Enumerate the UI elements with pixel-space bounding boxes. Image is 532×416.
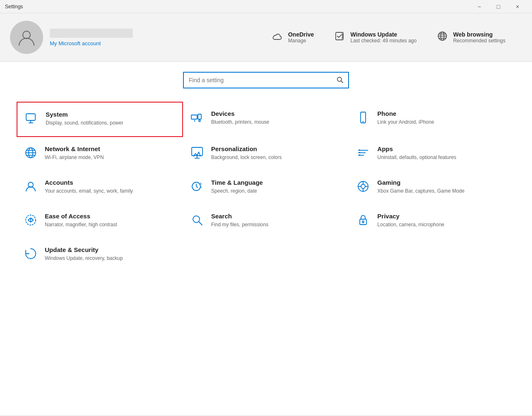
shortcut-onedrive[interactable]: OneDrive Manage	[271, 30, 314, 45]
onedrive-text: OneDrive Manage	[288, 31, 314, 44]
windows-update-text: Windows Update Last checked: 49 minutes …	[350, 31, 416, 44]
ease-of-access-icon	[23, 213, 38, 230]
search-input[interactable]	[189, 77, 337, 83]
settings-grid: System Display, sound, notifications, po…	[17, 102, 515, 272]
search-icon	[337, 76, 343, 83]
system-text: System Display, sound, notifications, po…	[46, 111, 123, 127]
gaming-text: Gaming Xbox Game Bar, captures, Game Mod…	[377, 179, 464, 195]
setting-devices[interactable]: Devices Bluetooth, printers, mouse	[183, 102, 349, 137]
accounts-text: Accounts Your accounts, email, sync, wor…	[45, 179, 133, 195]
user-icon	[17, 28, 36, 46]
svg-rect-49	[360, 219, 366, 225]
main-content: System Display, sound, notifications, po…	[0, 62, 532, 415]
svg-rect-30	[359, 149, 360, 151]
setting-personalization[interactable]: Personalization Background, lock screen,…	[183, 137, 349, 171]
windows-update-icon	[334, 30, 345, 45]
phone-text: Phone Link your Android, iPhone	[377, 110, 434, 126]
close-button[interactable]: ×	[508, 0, 527, 13]
setting-ease-of-access[interactable]: Ease of Access Narrator, magnifier, high…	[17, 204, 183, 238]
onedrive-icon	[271, 30, 283, 45]
system-icon	[24, 112, 39, 128]
devices-text: Devices Bluetooth, printers, mouse	[211, 110, 269, 126]
personalization-icon	[190, 146, 205, 162]
gaming-icon	[356, 180, 371, 196]
svg-line-48	[199, 222, 202, 225]
minimize-button[interactable]: −	[470, 0, 489, 13]
time-language-icon: A A	[190, 180, 205, 196]
titlebar: Settings − □ ×	[0, 0, 532, 13]
setting-privacy[interactable]: Privacy Location, camera, microphone	[349, 204, 515, 238]
update-security-icon	[23, 247, 38, 263]
accounts-icon	[23, 180, 38, 196]
apps-icon	[356, 146, 371, 162]
network-icon	[23, 146, 38, 162]
apps-text: Apps Uninstall, defaults, optional featu…	[377, 145, 456, 161]
svg-rect-12	[191, 115, 197, 119]
search-text: Search Find my files, permissions	[211, 213, 268, 228]
shortcut-web-browsing[interactable]: Web browsing Recommended settings	[437, 30, 505, 45]
svg-rect-32	[359, 154, 360, 156]
update-security-text: Update & Security Windows Update, recove…	[45, 246, 123, 262]
privacy-text: Privacy Location, camera, microphone	[377, 213, 444, 228]
ease-of-access-text: Ease of Access Narrator, magnifier, high…	[45, 213, 117, 228]
search-button[interactable]	[337, 76, 343, 84]
phone-icon	[356, 111, 371, 127]
web-browsing-text: Web browsing Recommended settings	[453, 31, 505, 44]
user-section: My Microsoft account	[10, 21, 133, 54]
svg-text:A: A	[200, 186, 202, 188]
window-controls: − □ ×	[470, 0, 527, 13]
svg-line-8	[341, 81, 343, 83]
web-browsing-icon	[437, 30, 448, 45]
setting-accounts[interactable]: Accounts Your accounts, email, sync, wor…	[17, 171, 183, 204]
setting-apps[interactable]: Apps Uninstall, defaults, optional featu…	[349, 137, 515, 171]
search-box	[183, 72, 349, 88]
search-container	[17, 72, 515, 88]
svg-text:A: A	[200, 182, 202, 186]
setting-update-security[interactable]: Update & Security Windows Update, recove…	[17, 238, 183, 272]
app-title: Settings	[5, 4, 23, 10]
setting-phone[interactable]: Phone Link your Android, iPhone	[349, 102, 515, 137]
personalization-text: Personalization Background, lock screen,…	[211, 145, 282, 161]
setting-system[interactable]: System Display, sound, notifications, po…	[17, 102, 183, 137]
network-text: Network & Internet Wi-Fi, airplane mode,…	[45, 145, 104, 161]
maximize-button[interactable]: □	[489, 0, 508, 13]
setting-network[interactable]: Network & Internet Wi-Fi, airplane mode,…	[17, 137, 183, 171]
time-language-text: Time & Language Speech, region, date	[211, 179, 263, 195]
user-name-bar	[50, 29, 133, 38]
svg-rect-9	[26, 114, 35, 120]
privacy-icon	[356, 213, 371, 230]
search-setting-icon	[190, 213, 205, 230]
svg-point-15	[199, 120, 200, 122]
ms-account-link[interactable]: My Microsoft account	[50, 40, 133, 46]
svg-point-40	[361, 184, 365, 188]
svg-point-0	[23, 31, 30, 39]
setting-gaming[interactable]: Gaming Xbox Game Bar, captures, Game Mod…	[349, 171, 515, 204]
devices-icon	[190, 111, 205, 127]
svg-rect-13	[198, 114, 201, 119]
avatar	[10, 21, 43, 54]
header-shortcuts: OneDrive Manage Windows Update Last chec…	[271, 30, 522, 45]
setting-search[interactable]: Search Find my files, permissions	[183, 204, 349, 238]
header: My Microsoft account OneDrive Manage	[0, 13, 532, 62]
svg-rect-31	[359, 152, 360, 153]
setting-time-language[interactable]: A A Time & Language Speech, region, date	[183, 171, 349, 204]
user-info: My Microsoft account	[50, 29, 133, 46]
shortcut-windows-update[interactable]: Windows Update Last checked: 49 minutes …	[334, 30, 416, 45]
svg-point-50	[362, 221, 364, 223]
svg-line-36	[196, 186, 198, 188]
